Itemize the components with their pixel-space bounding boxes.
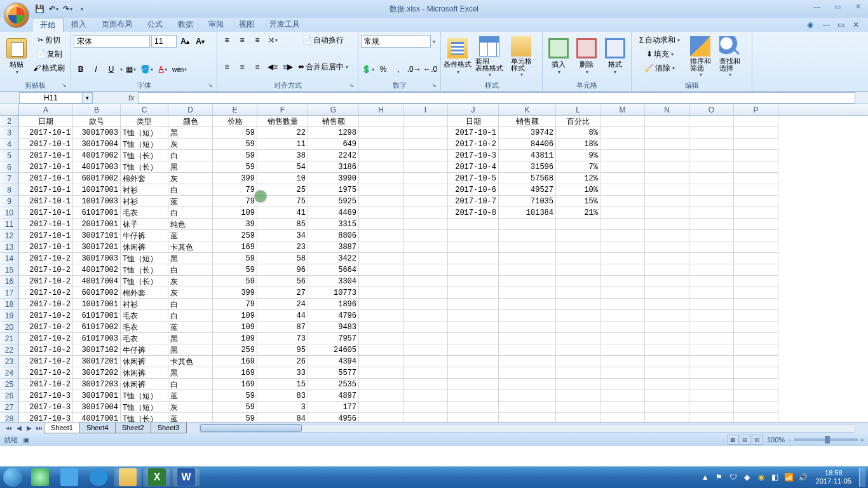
cell-C7[interactable]: 棉外套 xyxy=(121,173,168,184)
cell-O7[interactable] xyxy=(689,173,734,184)
row-header-15[interactable]: 15 xyxy=(0,264,19,276)
cell-D9[interactable]: 蓝 xyxy=(168,196,213,207)
name-box-dropdown[interactable]: ▾ xyxy=(83,92,93,104)
cell-P15[interactable] xyxy=(734,264,778,276)
align-launcher-icon[interactable]: ↘ xyxy=(349,82,356,90)
cell-A27[interactable]: 2017-10-3 xyxy=(19,402,73,413)
cell-B22[interactable]: 30017102 xyxy=(73,344,121,356)
cell-D8[interactable]: 白 xyxy=(168,184,213,196)
cell-J14[interactable] xyxy=(448,253,499,264)
cell-E9[interactable]: 79 xyxy=(213,196,257,207)
row-header-3[interactable]: 3 xyxy=(0,127,19,139)
cell-N14[interactable] xyxy=(645,253,689,264)
cell-D3[interactable]: 黑 xyxy=(168,127,213,139)
cell-M12[interactable] xyxy=(600,230,645,241)
cell-M5[interactable] xyxy=(600,150,645,161)
cell-M26[interactable] xyxy=(600,390,645,402)
cell-G4[interactable]: 649 xyxy=(308,139,359,150)
cell-I2[interactable] xyxy=(403,116,448,127)
row-header-26[interactable]: 26 xyxy=(0,390,19,402)
cell-F12[interactable]: 34 xyxy=(257,230,308,241)
cell-E23[interactable]: 169 xyxy=(213,356,257,367)
cell-A8[interactable]: 2017-10-1 xyxy=(19,184,73,196)
cell-P17[interactable] xyxy=(734,287,778,299)
row-header-5[interactable]: 5 xyxy=(0,150,19,161)
cell-G19[interactable]: 4796 xyxy=(308,310,359,322)
cell-H3[interactable] xyxy=(359,127,403,139)
cell-N9[interactable] xyxy=(645,196,689,207)
cell-D27[interactable]: 灰 xyxy=(168,402,213,413)
cell-I26[interactable] xyxy=(403,390,448,402)
cell-N18[interactable] xyxy=(645,299,689,310)
cell-N7[interactable] xyxy=(645,173,689,184)
cell-M25[interactable] xyxy=(600,379,645,390)
undo-icon[interactable]: ↶▾ xyxy=(47,3,60,15)
cell-O4[interactable] xyxy=(689,139,734,150)
cell-P9[interactable] xyxy=(734,196,778,207)
cell-J15[interactable] xyxy=(448,264,499,276)
fill-button[interactable]: ⬇ 填充▾ xyxy=(634,47,685,61)
cell-H8[interactable] xyxy=(359,184,403,196)
cell-C12[interactable]: 牛仔裤 xyxy=(121,230,168,241)
tray-network-icon[interactable]: 📶 xyxy=(784,472,794,482)
cell-E14[interactable]: 59 xyxy=(213,253,257,264)
comma-button[interactable]: , xyxy=(391,62,405,76)
align-top-button[interactable]: ≡ xyxy=(220,33,234,47)
cell-I3[interactable] xyxy=(403,127,448,139)
cell-P23[interactable] xyxy=(734,356,778,367)
grow-font-button[interactable]: A▴ xyxy=(178,34,192,48)
cell-C9[interactable]: 衬衫 xyxy=(121,196,168,207)
cell-K13[interactable] xyxy=(499,241,556,253)
cell-I18[interactable] xyxy=(403,299,448,310)
cell-L13[interactable] xyxy=(556,241,600,253)
cell-D18[interactable]: 白 xyxy=(168,299,213,310)
cell-C13[interactable]: 休闲裤 xyxy=(121,241,168,253)
cell-L5[interactable]: 9% xyxy=(556,150,600,161)
cell-E17[interactable]: 399 xyxy=(213,287,257,299)
cell-C4[interactable]: T恤（短） xyxy=(121,139,168,150)
cell-F15[interactable]: 96 xyxy=(257,264,308,276)
cell-O20[interactable] xyxy=(689,322,734,333)
cell-P21[interactable] xyxy=(734,333,778,344)
number-format-select[interactable] xyxy=(361,35,431,48)
cell-L7[interactable]: 12% xyxy=(556,173,600,184)
cell-M20[interactable] xyxy=(600,322,645,333)
cell-A23[interactable]: 2017-10-2 xyxy=(19,356,73,367)
row-header-10[interactable]: 10 xyxy=(0,207,19,219)
cut-button[interactable]: ✂ 剪切 xyxy=(32,33,66,47)
cell-P26[interactable] xyxy=(734,390,778,402)
cell-N22[interactable] xyxy=(645,344,689,356)
cell-I25[interactable] xyxy=(403,379,448,390)
row-header-18[interactable]: 18 xyxy=(0,299,19,310)
cell-A26[interactable]: 2017-10-3 xyxy=(19,390,73,402)
cell-E19[interactable]: 109 xyxy=(213,310,257,322)
cell-E21[interactable]: 109 xyxy=(213,333,257,344)
cell-J25[interactable] xyxy=(448,379,499,390)
cell-I15[interactable] xyxy=(403,264,448,276)
cell-N13[interactable] xyxy=(645,241,689,253)
cell-J8[interactable]: 2017-10-6 xyxy=(448,184,499,196)
cell-N19[interactable] xyxy=(645,310,689,322)
sheet-tab-Sheet4[interactable]: Sheet4 xyxy=(79,423,116,433)
cell-G26[interactable]: 4897 xyxy=(308,390,359,402)
cell-M2[interactable] xyxy=(600,116,645,127)
cell-B25[interactable]: 30017203 xyxy=(73,379,121,390)
cell-K15[interactable] xyxy=(499,264,556,276)
cell-C27[interactable]: T恤（短） xyxy=(121,402,168,413)
cell-B11[interactable]: 20017001 xyxy=(73,219,121,230)
cell-O12[interactable] xyxy=(689,230,734,241)
cell-B18[interactable]: 10017001 xyxy=(73,299,121,310)
cell-A17[interactable]: 2017-10-2 xyxy=(19,287,73,299)
cell-K25[interactable] xyxy=(499,379,556,390)
cell-K12[interactable] xyxy=(499,230,556,241)
ribbon-minimize-icon[interactable]: — xyxy=(822,20,832,30)
cell-K21[interactable] xyxy=(499,333,556,344)
cell-C14[interactable]: T恤（短） xyxy=(121,253,168,264)
cell-I24[interactable] xyxy=(403,367,448,379)
cell-O10[interactable] xyxy=(689,207,734,219)
fx-button[interactable]: fx xyxy=(125,93,138,102)
cell-E28[interactable]: 59 xyxy=(213,413,257,422)
cell-F11[interactable]: 85 xyxy=(257,219,308,230)
cell-A5[interactable]: 2017-10-1 xyxy=(19,150,73,161)
cell-M21[interactable] xyxy=(600,333,645,344)
